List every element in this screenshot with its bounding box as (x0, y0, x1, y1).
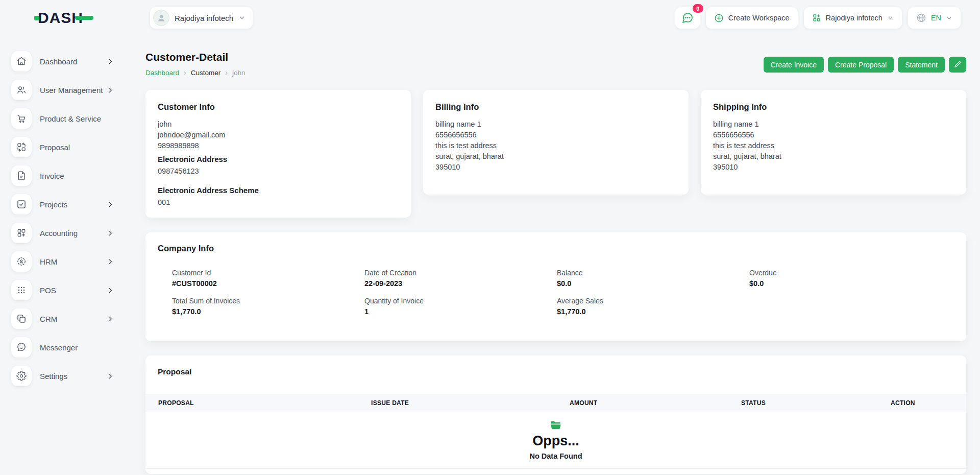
chevron-right-icon (107, 201, 114, 208)
chevron-right-icon (107, 229, 114, 237)
column-header-issue-date: ISSUE DATE (371, 399, 570, 407)
sidebar-item-label: CRM (40, 315, 57, 323)
column-header-proposal: PROPOSAL (145, 399, 371, 407)
billing-name: billing name 1 (435, 119, 676, 130)
copy-icon (11, 308, 32, 329)
company-field: Date of Creation 22-09-2023 (364, 269, 557, 288)
user-scan-icon (11, 251, 32, 272)
messages-count-badge: 0 (693, 4, 703, 13)
chat-icon (11, 337, 32, 358)
gear-icon (11, 366, 32, 386)
main-content: Customer-Detail Dashboard › Customer › j… (145, 36, 966, 475)
billing-info-card: Billing Info billing name 1 6556656556 t… (423, 90, 689, 195)
company-field: Overdue $0.0 (749, 269, 942, 288)
sidebar-item-label: Proposal (40, 143, 70, 152)
chevron-right-icon (107, 258, 114, 266)
billing-zip: 395010 (435, 162, 676, 173)
language-selector[interactable]: EN (908, 7, 961, 29)
messages-button[interactable]: 0 (675, 7, 700, 29)
home-icon (11, 51, 32, 72)
sidebar-item-label: HRM (40, 257, 57, 266)
electronic-address-scheme-label: Electronic Address Scheme (158, 186, 399, 195)
create-workspace-label: Create Workspace (728, 14, 790, 22)
card-title: Company Info (158, 244, 954, 253)
circle-plus-icon (714, 13, 724, 23)
sidebar-item-label: POS (40, 286, 56, 295)
create-proposal-button[interactable]: Create Proposal (828, 57, 894, 73)
shipping-phone: 6556656556 (713, 130, 954, 140)
globe-icon (916, 13, 926, 23)
sidebar-item-dashboard[interactable]: Dashboard (0, 47, 128, 76)
sidebar-item-label: Accounting (40, 229, 78, 238)
sidebar-item-accounting[interactable]: Accounting (0, 219, 128, 247)
empty-state: Opps... No Data Found (145, 412, 966, 469)
company-field: Total Sum of Invoices $1,770.0 (172, 297, 364, 316)
breadcrumb-separator: › (184, 68, 186, 77)
empty-state-title: Opps... (145, 433, 966, 449)
sidebar-item-label: Dashboard (40, 57, 77, 66)
cart-icon (11, 108, 32, 129)
company-field: Balance $0.0 (557, 269, 749, 288)
workspace-dropdown[interactable]: Rajodiya infotech (804, 7, 902, 29)
sidebar-item-user-management[interactable]: User Management (0, 76, 128, 104)
column-header-amount: AMOUNT (570, 399, 741, 407)
chat-icon (681, 12, 694, 24)
customer-info-card: Customer Info john johndoe@gmail.com 989… (145, 90, 411, 218)
customer-name: john (158, 119, 399, 130)
shipping-info-card: Shipping Info billing name 1 6556656556 … (701, 90, 966, 195)
customer-email: johndoe@gmail.com (158, 130, 399, 140)
sidebar-nav: Dashboard User Management Product & Serv… (0, 36, 128, 475)
breadcrumb-current: john (232, 69, 246, 77)
sidebar-item-pos[interactable]: POS (0, 276, 128, 304)
shipping-address: this is test address (713, 140, 954, 151)
chevron-right-icon (107, 86, 114, 94)
card-title: Customer Info (158, 102, 399, 112)
edit-customer-button[interactable] (949, 57, 966, 73)
workspace-selector[interactable]: Rajodiya infotech (150, 7, 253, 29)
language-code: EN (931, 14, 941, 22)
statement-button[interactable]: Statement (898, 57, 945, 73)
company-field: Quantity of Invoice 1 (364, 297, 557, 316)
breadcrumb-separator: › (225, 68, 228, 77)
logo-dot-accent (34, 16, 39, 20)
file-icon (11, 165, 32, 186)
chevron-down-icon (238, 14, 246, 21)
proposal-table-card: Proposal PROPOSAL ISSUE DATE AMOUNT STAT… (145, 355, 966, 474)
chevron-right-icon (107, 58, 114, 65)
sidebar-item-crm[interactable]: CRM (0, 304, 128, 333)
chevron-down-icon (887, 15, 894, 21)
sidebar-item-hrm[interactable]: HRM (0, 247, 128, 276)
card-title: Shipping Info (713, 102, 954, 112)
create-workspace-button[interactable]: Create Workspace (706, 7, 798, 29)
brand-logo[interactable]: DASH (0, 0, 128, 36)
workspace-name: Rajodiya infotech (175, 14, 233, 22)
sidebar-item-invoice[interactable]: Invoice (0, 161, 128, 190)
grid-plus-icon (812, 13, 821, 22)
pencil-icon (954, 61, 962, 68)
breadcrumb-dashboard-link[interactable]: Dashboard (145, 69, 179, 77)
sidebar-item-proposal[interactable]: Proposal (0, 133, 128, 161)
chevron-right-icon (107, 315, 114, 323)
proposal-table-header: PROPOSAL ISSUE DATE AMOUNT STATUS ACTION (145, 394, 966, 412)
sidebar-item-settings[interactable]: Settings (0, 362, 128, 390)
sidebar-item-label: Projects (40, 200, 67, 209)
proposal-section-title: Proposal (145, 355, 966, 377)
logo-dash-accent (75, 16, 93, 20)
chevron-right-icon (107, 287, 114, 294)
company-field: Average Sales $1,770.0 (557, 297, 749, 316)
sidebar-item-label: Invoice (40, 172, 64, 180)
sidebar-item-projects[interactable]: Projects (0, 190, 128, 219)
company-info-card: Company Info Customer Id #CUST00002 Date… (145, 232, 966, 341)
shipping-name: billing name 1 (713, 119, 954, 130)
shipping-city-state-country: surat, gujarat, bharat (713, 151, 954, 162)
chevron-right-icon (107, 372, 114, 380)
folder-icon (550, 420, 561, 430)
users-icon (11, 80, 32, 100)
column-header-status: STATUS (741, 399, 891, 407)
create-invoice-button[interactable]: Create Invoice (764, 57, 824, 73)
sidebar-item-product-service[interactable]: Product & Service (0, 104, 128, 133)
breadcrumb-customer-link[interactable]: Customer (191, 69, 221, 77)
card-title: Billing Info (435, 102, 676, 112)
page-title: Customer-Detail (145, 51, 245, 63)
sidebar-item-messenger[interactable]: Messenger (0, 333, 128, 362)
